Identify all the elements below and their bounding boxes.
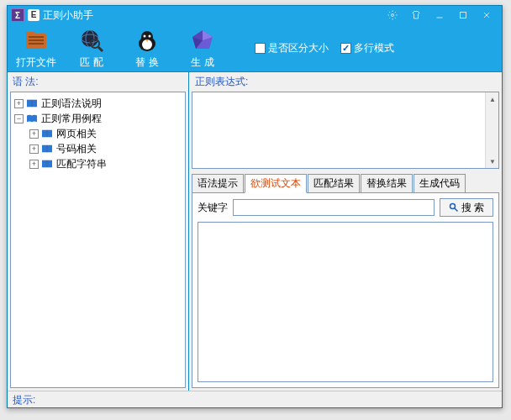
skin-icon[interactable] <box>404 8 428 23</box>
match-label: 匹 配 <box>80 55 103 70</box>
tree-label: 正则常用例程 <box>41 111 102 126</box>
tab-replace-result[interactable]: 替换结果 <box>361 174 413 193</box>
svg-rect-8 <box>29 39 44 41</box>
open-file-label: 打开文件 <box>16 55 56 70</box>
keyword-input[interactable] <box>233 199 435 216</box>
penguin-icon <box>134 27 161 54</box>
status-text: 提示: <box>13 394 35 406</box>
left-panel: 语 法: + 正则语法说明 − 正则常用例程 + <box>8 72 189 391</box>
replace-button[interactable]: 替 换 <box>127 27 167 70</box>
book-icon <box>41 144 53 154</box>
multiline-checkbox[interactable]: 多行模式 <box>340 41 394 55</box>
svg-rect-26 <box>31 100 33 108</box>
svg-point-18 <box>144 34 146 37</box>
svg-line-14 <box>98 47 103 51</box>
search-globe-icon <box>78 27 105 54</box>
svg-rect-29 <box>46 130 48 138</box>
tab-generate-code[interactable]: 生成代码 <box>414 174 466 193</box>
svg-rect-24 <box>27 100 31 108</box>
svg-rect-2 <box>461 13 466 18</box>
collapse-icon[interactable]: − <box>14 114 24 123</box>
expand-icon[interactable]: + <box>29 160 39 169</box>
tree-label: 正则语法说明 <box>41 96 102 111</box>
status-bar: 提示: <box>8 391 502 407</box>
open-file-button[interactable]: 打开文件 <box>16 27 56 70</box>
maximize-button[interactable] <box>451 8 475 23</box>
tree-label: 号码相关 <box>56 141 97 156</box>
right-panel: 正则表达式: 语法提示 欲测试文本 匹配结果 替换结果 生成代码 关键字 搜 索 <box>189 72 502 391</box>
match-button[interactable]: 匹 配 <box>71 27 112 70</box>
svg-rect-7 <box>29 36 44 38</box>
svg-rect-30 <box>42 145 46 153</box>
book-open-icon <box>26 113 38 123</box>
expand-icon[interactable]: + <box>29 144 39 154</box>
tree-node-child3[interactable]: + 匹配字符串 <box>14 156 182 171</box>
tab-match-result[interactable]: 匹配结果 <box>308 174 360 193</box>
svg-point-36 <box>450 204 455 209</box>
tree-node-root2[interactable]: − 正则常用例程 <box>14 111 182 126</box>
svg-rect-35 <box>46 160 48 168</box>
search-button[interactable]: 搜 索 <box>440 198 493 217</box>
keyword-label: 关键字 <box>198 201 228 215</box>
window-title: 正则小助手 <box>43 8 93 23</box>
expand-icon[interactable]: + <box>14 99 24 108</box>
book-icon <box>26 98 38 108</box>
regex-label: 正则表达式: <box>192 72 499 92</box>
toolbar: 打开文件 匹 配 替 换 生 成 是否区分大小 多行模式 <box>8 24 502 71</box>
checkbox-checked-icon <box>340 43 351 54</box>
svg-rect-34 <box>48 160 52 168</box>
syntax-title: 语 法: <box>8 72 188 92</box>
syntax-tree[interactable]: + 正则语法说明 − 正则常用例程 + 网页相关 <box>10 92 186 388</box>
generate-label: 生 成 <box>191 55 213 70</box>
minimize-button[interactable] <box>428 8 451 23</box>
svg-point-10 <box>82 30 98 47</box>
svg-rect-25 <box>33 100 37 108</box>
svg-rect-28 <box>48 130 52 138</box>
book-icon <box>41 159 53 169</box>
tab-syntax-hint[interactable]: 语法提示 <box>192 174 244 193</box>
replace-label: 替 换 <box>135 55 158 70</box>
svg-point-19 <box>149 34 151 37</box>
svg-rect-9 <box>29 43 44 45</box>
svg-rect-33 <box>42 160 46 168</box>
gem-icon <box>189 27 216 54</box>
generate-button[interactable]: 生 成 <box>182 27 223 70</box>
titlebar[interactable]: Σ E 正则小助手 <box>8 6 502 24</box>
app-e-badge: E <box>28 9 40 21</box>
app-window: Σ E 正则小助手 打开文件 匹 配 替 换 <box>7 5 503 408</box>
svg-rect-27 <box>42 130 46 138</box>
main-body: 语 法: + 正则语法说明 − 正则常用例程 + <box>8 71 502 391</box>
svg-line-37 <box>454 208 457 212</box>
svg-rect-32 <box>46 145 48 153</box>
svg-rect-6 <box>26 32 34 35</box>
app-icon: Σ <box>11 8 24 22</box>
book-icon <box>41 129 53 139</box>
svg-point-0 <box>392 14 394 17</box>
settings-icon[interactable] <box>381 8 404 23</box>
expand-icon[interactable]: + <box>29 129 39 139</box>
checkbox-unchecked-icon <box>255 43 266 54</box>
tree-node-child2[interactable]: + 号码相关 <box>14 141 182 156</box>
tree-label: 网页相关 <box>56 126 97 141</box>
svg-rect-31 <box>48 145 52 153</box>
case-sensitive-label: 是否区分大小 <box>268 41 329 55</box>
tab-bar: 语法提示 欲测试文本 匹配结果 替换结果 生成代码 <box>192 174 499 193</box>
tab-content: 关键字 搜 索 <box>192 192 499 388</box>
search-row: 关键字 搜 索 <box>198 198 493 217</box>
magnifier-icon <box>449 202 459 213</box>
case-sensitive-checkbox[interactable]: 是否区分大小 <box>255 41 329 55</box>
folder-icon <box>23 27 50 54</box>
search-button-label: 搜 索 <box>461 201 484 215</box>
tree-node-child1[interactable]: + 网页相关 <box>14 126 182 141</box>
tree-label: 匹配字符串 <box>56 156 107 171</box>
vertical-scrollbar[interactable] <box>485 92 498 168</box>
tree-node-root1[interactable]: + 正则语法说明 <box>14 96 182 111</box>
test-text-area[interactable] <box>198 222 493 382</box>
close-button[interactable] <box>475 8 498 23</box>
regex-input[interactable] <box>192 92 499 169</box>
tab-test-text[interactable]: 欲测试文本 <box>245 174 307 193</box>
multiline-label: 多行模式 <box>354 41 394 55</box>
